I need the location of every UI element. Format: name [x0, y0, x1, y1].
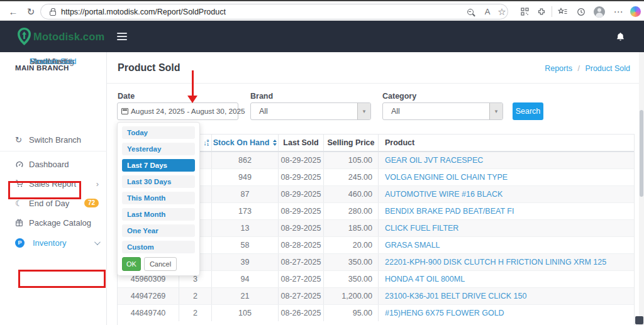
cell-last-sold: 08-29-2025 — [279, 186, 324, 202]
date-range-option[interactable]: One Year — [122, 224, 195, 237]
cell-stock-on-hand: 949 — [212, 169, 279, 185]
zoom-out-icon[interactable] — [463, 3, 478, 21]
profile-avatar-icon[interactable] — [592, 3, 607, 21]
address-bar[interactable]: https://portal.motodisk.com/Report/SoldP… — [40, 4, 508, 19]
date-range-option[interactable]: Custom — [122, 241, 195, 253]
date-range-option[interactable]: Yesterday — [122, 143, 195, 155]
breadcrumb-separator: / — [577, 64, 579, 73]
date-range-option[interactable]: Last Month — [122, 208, 195, 221]
product-link[interactable]: 23100-K36-J01 BELT DRIVE CLICK 150 — [379, 288, 634, 304]
product-link[interactable]: 22201-KPH-900 DISK CLUTCH H FRICTION LIN… — [379, 254, 634, 270]
cell-qty-sold: 2 — [179, 288, 212, 304]
sort-numeric-desc-icon[interactable]: ↓ 9 1 — [203, 139, 209, 146]
browser-toolbar: ← ↻ https://portal.motodisk.com/Report/S… — [0, 0, 644, 21]
qr-code-icon[interactable] — [517, 3, 532, 21]
product-link[interactable]: #15)HENG 6X75 FLOWER GOLD — [379, 305, 634, 321]
category-select[interactable]: All ▾ — [382, 102, 503, 120]
page-scrollbar[interactable] — [639, 52, 644, 325]
cell-stock-on-hand: 94 — [212, 271, 279, 287]
product-link[interactable]: CLICK FUEL FILTER — [379, 220, 634, 236]
cell-stock-on-hand: 39 — [212, 254, 279, 270]
product-link[interactable]: AUTOMOTIVE WIRE #16 BLACK — [379, 186, 634, 202]
notification-bell-icon[interactable] — [616, 32, 625, 41]
product-link[interactable]: VOLGA ENGINE OIL CHAIN TYPE — [379, 169, 634, 185]
cell-selling-price: 280.00 — [324, 203, 379, 219]
col-header-last-sold[interactable]: Last Sold — [279, 135, 324, 151]
read-aloud-icon[interactable]: A — [480, 3, 495, 21]
scrollbar-thumb[interactable] — [640, 110, 643, 197]
breadcrumb-reports-link[interactable]: Reports — [545, 64, 572, 73]
cancel-button[interactable]: Cancel — [144, 257, 177, 271]
product-link[interactable]: GRASA SMALL — [379, 237, 634, 253]
cell-selling-price: 460.00 — [324, 186, 379, 202]
cell-selling-price: 105.00 — [324, 152, 379, 168]
moon-icon: ☾ — [15, 199, 29, 208]
cell-last-sold: 08-29-2025 — [279, 169, 324, 185]
sidebar-item-label: End of Day — [29, 199, 69, 208]
chevron-right-icon: › — [96, 179, 99, 189]
cart-icon — [15, 179, 29, 188]
product-link[interactable]: GEAR OIL JVT RACESPEC — [379, 152, 634, 168]
cell-stock-on-hand: 87 — [212, 186, 279, 202]
date-range-option[interactable]: This Month — [122, 192, 195, 204]
cell-selling-price: 185.00 — [324, 220, 379, 236]
history-icon[interactable] — [574, 3, 589, 21]
page-header: Product Sold Reports / Product Sold — [107, 52, 639, 84]
end-of-day-badge: 72 — [84, 199, 99, 207]
sidebar-item-label: Inventory — [33, 238, 66, 248]
ok-button[interactable]: OK — [122, 257, 141, 271]
breadcrumb: Reports / Product Sold — [545, 64, 630, 73]
col-header-product[interactable]: Product — [379, 135, 634, 151]
chevron-down-icon — [94, 239, 101, 245]
table-row: 44947269 2 21 08-27-2025 1,200.00 23100-… — [118, 288, 634, 305]
cell-selling-price: 245.00 — [324, 169, 379, 185]
cell-selling-price: 20.00 — [324, 237, 379, 253]
sidebar-item-inventory[interactable]: P Inventory — [0, 234, 107, 251]
brand-filter-label: Brand — [250, 92, 273, 101]
calendar-icon — [121, 108, 128, 114]
reload-icon[interactable]: ↻ — [23, 3, 39, 21]
brand-select[interactable]: All ▾ — [250, 102, 371, 120]
date-range-dropdown: Today Yesterday Last 7 Days Last 30 Days… — [117, 122, 200, 276]
cell-stock-on-hand: 13 — [212, 220, 279, 236]
sidebar-subitem[interactable]: Product Sold — [0, 52, 107, 70]
toolbar-divider — [552, 6, 552, 17]
package-icon — [15, 219, 29, 227]
motodisk-logo-text[interactable]: Motodisk.com — [33, 31, 104, 43]
cell-selling-price: 95.00 — [324, 305, 379, 321]
copilot-icon[interactable] — [628, 3, 642, 21]
select-arrow-icon[interactable]: ▾ — [489, 103, 502, 119]
date-range-input[interactable]: August 24, 2025 - August 30, 2025 — [117, 102, 238, 120]
favorite-star-icon[interactable]: ☆ — [494, 3, 509, 21]
favorites-bar-icon[interactable] — [555, 3, 570, 21]
cell-stock-on-hand: 105 — [212, 305, 279, 321]
hamburger-menu-icon[interactable] — [117, 33, 127, 42]
cell-last-sold: 08-29-2025 — [279, 220, 324, 236]
date-range-options: Today Yesterday Last 7 Days Last 30 Days… — [122, 126, 195, 253]
sidebar-item-end-of-day[interactable]: ☾ End of Day 72 — [0, 194, 107, 212]
sidebar-item-sales-report[interactable]: Sales Report › — [0, 175, 107, 192]
app-header: Motodisk.com — [0, 21, 644, 52]
url-text[interactable]: https://portal.motodisk.com/Report/SoldP… — [61, 8, 226, 16]
search-button[interactable]: Search — [513, 102, 543, 120]
sidebar-divider — [0, 151, 107, 151]
sidebar-item-switch-branch[interactable]: ↻ Switch Branch — [0, 131, 107, 148]
date-range-option[interactable]: Last 7 Days — [122, 159, 195, 172]
product-link[interactable]: HONDA 4T OIL 800ML — [379, 271, 634, 287]
product-link[interactable]: BENDIX BRAKE PAD BEAT/BEAT FI — [379, 203, 634, 219]
sidebar-item-package-catalog[interactable]: Package Catalog — [0, 214, 107, 231]
cell-last-sold: 08-26-2025 — [279, 305, 324, 321]
more-menu-icon[interactable]: ⋯ — [611, 3, 626, 21]
extensions-icon[interactable] — [534, 3, 549, 21]
back-icon[interactable]: ← — [5, 3, 21, 21]
scroll-corner-widget[interactable] — [635, 316, 643, 324]
col-header-selling-price[interactable]: Selling Price — [324, 135, 379, 151]
date-range-option[interactable]: Today — [122, 126, 195, 139]
date-range-option[interactable]: Last 30 Days — [122, 175, 195, 188]
cell-selling-price: 350.00 — [324, 254, 379, 270]
sidebar-item-dashboard[interactable]: Dashboard — [0, 155, 107, 173]
col-header-stock-on-hand[interactable]: Stock On Hand — [212, 135, 279, 151]
sort-icon[interactable] — [273, 140, 277, 146]
site-info-lock-icon[interactable] — [50, 11, 56, 16]
select-arrow-icon[interactable]: ▾ — [357, 103, 370, 119]
